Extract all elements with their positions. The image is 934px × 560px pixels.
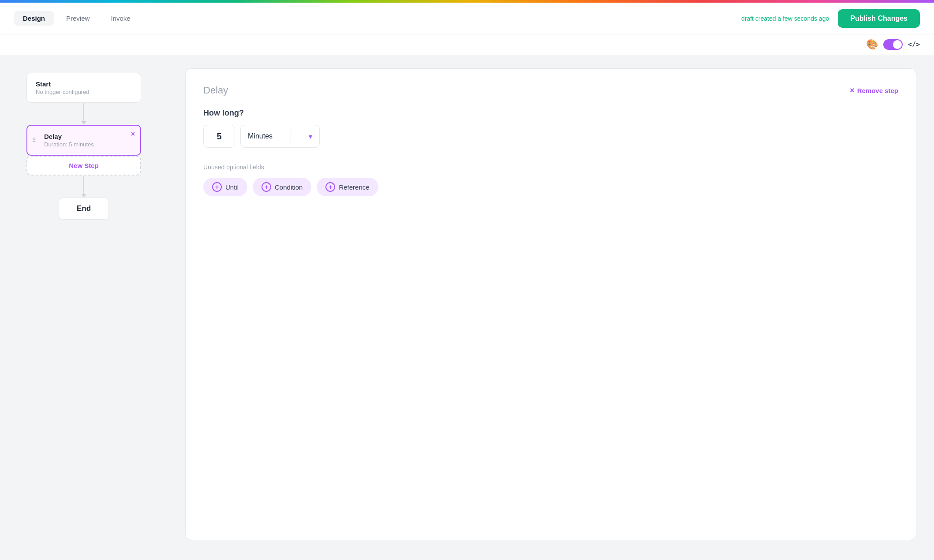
tab-preview[interactable]: Preview [57, 11, 98, 26]
tab-design[interactable]: Design [14, 11, 54, 26]
code-icon[interactable]: </> [908, 41, 920, 49]
connector-1 [81, 103, 86, 125]
delay-node-title: Delay [44, 133, 131, 140]
palette-icon[interactable]: 🎨 [866, 39, 878, 50]
start-node-subtitle: No trigger configured [36, 89, 132, 95]
toolbar-row: 🎨 </> [0, 34, 934, 55]
condition-plus-icon: + [262, 182, 271, 192]
duration-row: Minutes ▾ [203, 125, 898, 148]
condition-field-button[interactable]: + Condition [253, 178, 311, 196]
delay-node-close-icon[interactable]: × [131, 130, 135, 138]
end-node-label: End [77, 204, 91, 213]
connector-arrow-2 [81, 194, 86, 198]
remove-step-label: Remove step [857, 87, 898, 94]
canvas-panel: Start No trigger configured ⠿ Delay Dura… [0, 55, 168, 560]
detail-card: Delay × Remove step How long? Minutes ▾ … [185, 68, 916, 540]
end-node: End [59, 198, 109, 220]
new-step-button[interactable]: New Step [26, 156, 141, 175]
until-plus-icon: + [212, 182, 222, 192]
delay-node[interactable]: ⠿ Delay Duration: 5 minutes × [26, 125, 141, 156]
condition-label: Condition [275, 183, 303, 191]
start-node: Start No trigger configured [26, 73, 141, 103]
header: Design Preview Invoke draft created a fe… [0, 3, 934, 34]
chevron-down-icon: ▾ [309, 132, 312, 141]
until-label: Until [225, 183, 239, 191]
connector-arrow [81, 121, 86, 125]
connector-2 [81, 175, 86, 198]
drag-handle-icon: ⠿ [32, 137, 36, 144]
reference-label: Reference [339, 183, 369, 191]
until-field-button[interactable]: + Until [203, 178, 247, 196]
toggle-switch[interactable] [883, 39, 903, 50]
draft-status: draft created a few seconds ago [741, 15, 829, 22]
optional-fields-label: Unused optional fields [203, 164, 898, 171]
detail-header: Delay × Remove step [203, 85, 898, 96]
header-right: draft created a few seconds ago Publish … [741, 9, 920, 28]
select-divider [291, 130, 291, 143]
start-node-title: Start [36, 80, 132, 88]
connector-line-2 [83, 175, 84, 194]
connector-line [83, 103, 84, 121]
tab-invoke[interactable]: Invoke [102, 11, 139, 26]
duration-unit-label: Minutes [248, 132, 273, 140]
delay-node-subtitle: Duration: 5 minutes [44, 141, 131, 148]
remove-step-button[interactable]: × Remove step [850, 86, 898, 95]
duration-input[interactable] [203, 125, 235, 148]
main-layout: Start No trigger configured ⠿ Delay Dura… [0, 55, 934, 560]
reference-field-button[interactable]: + Reference [317, 178, 378, 196]
reference-plus-icon: + [325, 182, 335, 192]
tab-group: Design Preview Invoke [14, 11, 139, 26]
optional-fields-row: + Until + Condition + Reference [203, 178, 898, 196]
duration-unit-select[interactable]: Minutes ▾ [240, 125, 320, 148]
remove-x-icon: × [850, 86, 855, 95]
how-long-label: How long? [203, 108, 898, 118]
publish-button[interactable]: Publish Changes [838, 9, 920, 28]
detail-panel: Delay × Remove step How long? Minutes ▾ … [168, 55, 934, 560]
detail-title: Delay [203, 85, 228, 96]
